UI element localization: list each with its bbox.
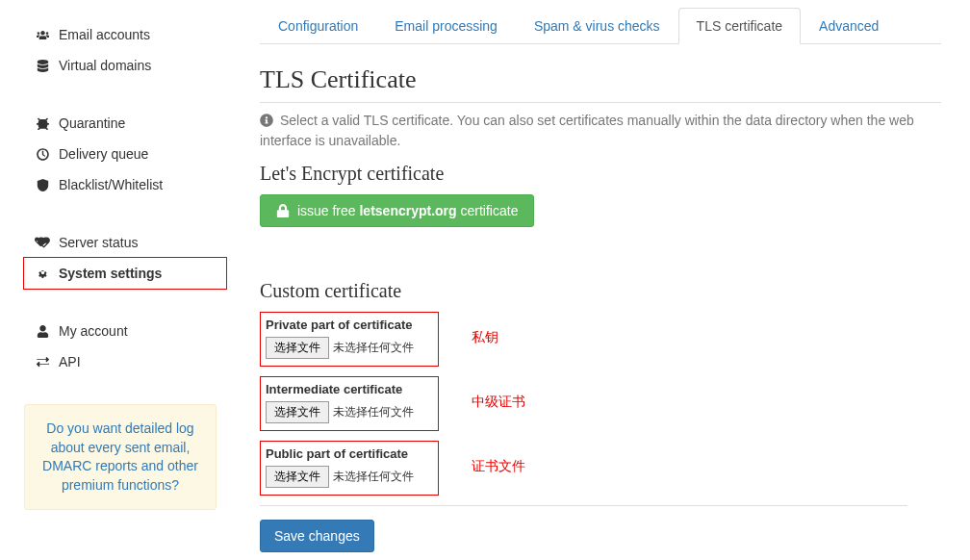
cert-field-private: Private part of certificate 选择文件 未选择任何文件	[260, 312, 439, 367]
btn-bold: letsencrypt.org	[359, 203, 456, 218]
sidebar-item-label: Quarantine	[59, 115, 125, 131]
file-status: 未选择任何文件	[333, 340, 414, 356]
btn-prefix: issue free	[297, 203, 356, 218]
info-text: Select a valid TLS certificate. You can …	[260, 111, 941, 151]
sidebar-item-label: Email accounts	[59, 27, 150, 42]
sidebar-item-label: My account	[59, 323, 128, 339]
tabs: Configuration Email processing Spam & vi…	[260, 8, 941, 44]
info-icon	[260, 113, 277, 128]
user-icon	[34, 324, 51, 339]
sidebar-item-email-accounts[interactable]: Email accounts	[24, 19, 226, 50]
file-status: 未选择任何文件	[333, 404, 414, 420]
page-title: TLS Certificate	[260, 65, 941, 103]
divider	[260, 505, 907, 506]
tab-advanced[interactable]: Advanced	[801, 8, 897, 44]
letsencrypt-title: Let's Encrypt certificate	[260, 163, 941, 185]
cogs-icon	[34, 267, 51, 281]
main-content: Configuration Email processing Spam & vi…	[241, 0, 970, 560]
promo-box[interactable]: Do you want detailed log about every sen…	[24, 404, 217, 510]
sidebar-item-label: API	[59, 354, 81, 369]
info-text-content: Select a valid TLS certificate. You can …	[260, 113, 914, 148]
custom-cert-title: Custom certificate	[260, 280, 941, 302]
sidebar-item-label: Server status	[59, 235, 138, 250]
tab-email-processing[interactable]: Email processing	[376, 8, 516, 44]
sidebar-item-quarantine[interactable]: Quarantine	[24, 108, 226, 139]
sidebar: Email accounts Virtual domains Quarantin…	[0, 0, 241, 560]
btn-suffix: certificate	[461, 203, 519, 218]
tab-spam-virus-checks[interactable]: Spam & virus checks	[516, 8, 678, 44]
exchange-icon	[34, 355, 51, 369]
sidebar-item-label: System settings	[59, 266, 162, 281]
database-icon	[34, 59, 51, 73]
promo-text: Do you want detailed log about every sen…	[42, 420, 198, 493]
heartbeat-icon	[34, 236, 51, 250]
bug-icon	[34, 116, 51, 131]
sidebar-item-label: Virtual domains	[59, 58, 151, 73]
sidebar-item-delivery-queue[interactable]: Delivery queue	[24, 139, 226, 169]
file-select-button-private[interactable]: 选择文件	[266, 337, 329, 359]
cert-field-public: Public part of certificate 选择文件 未选择任何文件	[260, 441, 439, 496]
annotation-intermediate: 中级证书	[472, 394, 525, 411]
file-select-button-public[interactable]: 选择文件	[266, 466, 329, 488]
users-icon	[34, 28, 51, 42]
annotation-private-key: 私钥	[472, 329, 498, 346]
cert-field-label: Private part of certificate	[266, 318, 428, 332]
sidebar-item-my-account[interactable]: My account	[24, 316, 226, 346]
lock-icon	[276, 203, 294, 218]
cert-field-label: Intermediate certificate	[266, 382, 428, 396]
sidebar-item-blacklist-whitelist[interactable]: Blacklist/Whitelist	[24, 169, 226, 200]
sidebar-item-server-status[interactable]: Server status	[24, 227, 226, 258]
sidebar-item-label: Blacklist/Whitelist	[59, 177, 163, 192]
sidebar-item-system-settings[interactable]: System settings	[24, 258, 226, 289]
annotation-cert-file: 证书文件	[472, 458, 525, 475]
cert-field-intermediate: Intermediate certificate 选择文件 未选择任何文件	[260, 376, 439, 431]
issue-letsencrypt-button[interactable]: issue free letsencrypt.org certificate	[260, 194, 534, 227]
file-select-button-intermediate[interactable]: 选择文件	[266, 401, 329, 423]
clock-icon	[34, 147, 51, 162]
sidebar-item-api[interactable]: API	[24, 346, 226, 377]
shield-icon	[34, 178, 51, 192]
cert-field-label: Public part of certificate	[266, 446, 428, 461]
tab-configuration[interactable]: Configuration	[260, 8, 376, 44]
save-changes-button[interactable]: Save changes	[260, 520, 374, 552]
sidebar-item-label: Delivery queue	[59, 146, 148, 162]
sidebar-item-virtual-domains[interactable]: Virtual domains	[24, 50, 226, 81]
file-status: 未选择任何文件	[333, 469, 414, 485]
tab-tls-certificate[interactable]: TLS certificate	[678, 8, 801, 44]
